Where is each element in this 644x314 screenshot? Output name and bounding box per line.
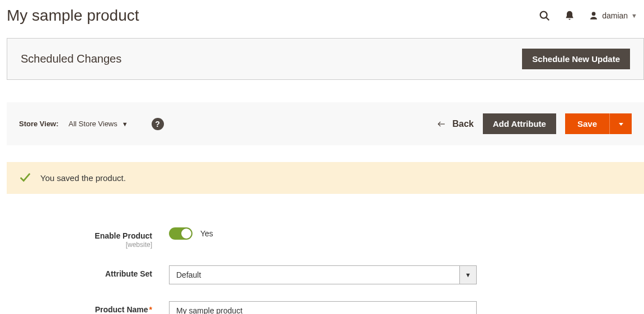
user-icon — [589, 11, 599, 21]
chevron-down-icon: ▼ — [631, 12, 637, 19]
toggle-knob — [181, 229, 191, 239]
success-message-text: You saved the product. — [40, 173, 126, 183]
check-icon — [19, 171, 31, 185]
enable-product-label: Enable Product — [95, 231, 152, 240]
chevron-down-icon: ▼ — [122, 121, 128, 127]
user-menu[interactable]: damian ▼ — [589, 11, 637, 21]
page-title: My sample product — [7, 7, 139, 25]
help-icon[interactable]: ? — [152, 118, 164, 130]
success-message: You saved the product. — [7, 162, 644, 194]
product-name-input[interactable] — [169, 301, 477, 314]
store-view-label: Store View: — [19, 120, 59, 128]
enable-product-scope: [website] — [7, 241, 152, 249]
enable-product-value: Yes — [200, 229, 213, 238]
attribute-set-select[interactable]: Default ▼ — [169, 265, 477, 284]
notifications-icon[interactable] — [564, 10, 575, 21]
save-button[interactable]: Save — [565, 113, 609, 134]
scheduled-changes-title: Scheduled Changes — [21, 53, 121, 65]
enable-product-toggle[interactable] — [169, 227, 192, 240]
arrow-left-icon — [436, 120, 446, 128]
required-indicator: * — [149, 305, 152, 314]
svg-line-1 — [546, 17, 549, 20]
attribute-set-value: Default — [170, 266, 459, 284]
search-icon[interactable] — [538, 9, 551, 22]
product-form: Enable Product [website] Yes Attribute S… — [7, 227, 644, 314]
action-toolbar: Store View: All Store Views ▼ ? Back Add… — [7, 102, 644, 145]
back-label: Back — [452, 119, 473, 129]
store-view-switcher[interactable]: All Store Views ▼ — [69, 120, 128, 128]
svg-point-0 — [540, 12, 547, 18]
triangle-down-icon — [618, 121, 624, 127]
attribute-set-label: Attribute Set — [105, 269, 152, 278]
chevron-down-icon: ▼ — [459, 266, 476, 284]
save-dropdown-toggle[interactable] — [609, 113, 632, 134]
store-view-value: All Store Views — [69, 120, 117, 128]
back-button[interactable]: Back — [436, 119, 473, 129]
scheduled-changes-panel: Scheduled Changes Schedule New Update — [7, 38, 644, 80]
add-attribute-button[interactable]: Add Attribute — [483, 113, 556, 134]
product-name-label: Product Name* — [95, 305, 152, 314]
schedule-new-update-button[interactable]: Schedule New Update — [522, 49, 630, 69]
page-header: My sample product damian ▼ — [7, 7, 644, 25]
username: damian — [602, 11, 628, 20]
